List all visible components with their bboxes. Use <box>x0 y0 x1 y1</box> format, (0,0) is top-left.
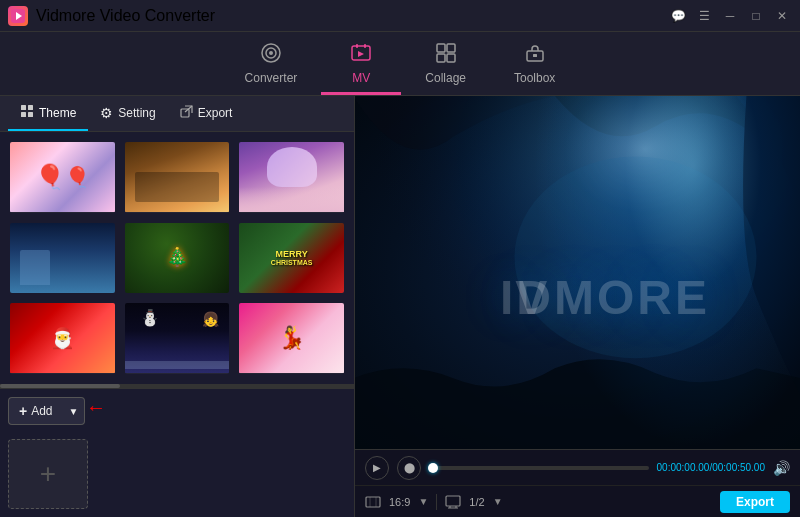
theme-happy-label: Happy <box>239 212 344 215</box>
add-label: Add <box>31 404 52 418</box>
svg-rect-16 <box>21 112 26 117</box>
close-button[interactable]: ✕ <box>772 6 792 26</box>
theme-christmas-eve[interactable]: 🎄 Christmas Eve <box>123 221 232 296</box>
tab-mv-label: MV <box>352 71 370 85</box>
theme-chic[interactable]: 🎈 Chic <box>8 140 117 215</box>
theme-christmas-eve-label: Christmas Eve <box>125 293 230 296</box>
theme-grid: 🎈 Chic Neat <box>0 132 354 384</box>
theme-merry-christmas[interactable]: MERRY CHRISTMAS Merry Christmas <box>237 221 346 296</box>
tab-converter-label: Converter <box>245 71 298 85</box>
tab-collage[interactable]: Collage <box>401 35 490 95</box>
watermark-v: V <box>515 270 550 325</box>
add-button-group: + Add ▼ <box>8 397 85 425</box>
left-panel: Theme ⚙ Setting Export <box>0 96 355 517</box>
svg-rect-17 <box>28 112 33 117</box>
svg-rect-11 <box>447 54 455 62</box>
app-title: Vidmore Video Converter <box>36 7 215 25</box>
tab-converter[interactable]: Converter <box>221 35 322 95</box>
svg-rect-22 <box>366 497 380 507</box>
theme-stripes-label: Stripes & Waves <box>239 373 344 376</box>
volume-icon[interactable]: 🔊 <box>773 460 790 476</box>
theme-santa-claus[interactable]: 🎅 Santa Claus <box>8 301 117 376</box>
title-bar: Vidmore Video Converter 💬 ☰ ─ □ ✕ <box>0 0 800 32</box>
subnav-export[interactable]: Export <box>168 96 245 131</box>
svg-rect-8 <box>437 44 445 52</box>
media-plus-icon: + <box>40 458 56 490</box>
theme-stripes-waves[interactable]: 💃 Stripes & Waves <box>237 301 346 376</box>
theme-snowy-night[interactable]: ⛄ 👧 Snowy Night <box>123 301 232 376</box>
add-button[interactable]: + Add <box>8 397 63 425</box>
aspect-ratio-value: 16:9 <box>389 496 410 508</box>
svg-point-21 <box>514 157 756 359</box>
theme-neat-label: Neat <box>125 212 230 215</box>
main-content: Theme ⚙ Setting Export <box>0 96 800 517</box>
progress-dot <box>428 463 438 473</box>
theme-santa-label: Santa Claus <box>10 373 115 376</box>
tab-mv[interactable]: MV <box>321 35 401 95</box>
subnav-setting[interactable]: ⚙ Setting <box>88 96 167 131</box>
toolbox-icon <box>524 42 546 67</box>
minimize-button[interactable]: ─ <box>720 6 740 26</box>
ratio-dropdown-icon[interactable]: ▼ <box>418 496 428 507</box>
stop-button[interactable]: ⬤ <box>397 456 421 480</box>
converter-icon <box>260 42 282 67</box>
tab-collage-label: Collage <box>425 71 466 85</box>
svg-rect-7 <box>364 44 366 48</box>
bottom-controls: 16:9 ▼ 1/2 ▼ Export <box>355 485 800 517</box>
theme-snowy-label: Snowy Night <box>125 373 230 376</box>
player-controls: ▶ ⬤ 00:00:00.00/00:00:50.00 🔊 <box>355 449 800 485</box>
add-dropdown-button[interactable]: ▼ <box>63 397 86 425</box>
export-button[interactable]: Export <box>720 491 790 513</box>
svg-rect-15 <box>28 105 33 110</box>
divider-1 <box>436 494 437 510</box>
svg-rect-6 <box>356 44 358 48</box>
theme-merry-christmas-label: Merry Christmas <box>239 293 344 296</box>
svg-rect-14 <box>21 105 26 110</box>
svg-rect-23 <box>446 496 460 506</box>
progress-bar[interactable] <box>429 466 649 470</box>
svg-point-4 <box>269 51 273 55</box>
aspect-ratio-icon <box>365 494 381 510</box>
play-button[interactable]: ▶ <box>365 456 389 480</box>
collage-icon <box>435 42 457 67</box>
subnav-theme-label: Theme <box>39 106 76 120</box>
theme-simple[interactable]: Simple <box>8 221 117 296</box>
chat-button[interactable]: 💬 <box>668 6 688 26</box>
menu-button[interactable]: ☰ <box>694 6 714 26</box>
mv-icon <box>350 42 372 67</box>
nav-bar: Converter MV Collage <box>0 32 800 96</box>
time-display: 00:00:00.00/00:00:50.00 <box>657 462 765 473</box>
theme-chic-label: Chic <box>10 212 115 215</box>
subnav-theme[interactable]: Theme <box>8 96 88 131</box>
maximize-button[interactable]: □ <box>746 6 766 26</box>
theme-happy[interactable]: Happy <box>237 140 346 215</box>
red-arrow-indicator: ← <box>86 396 106 419</box>
export-icon <box>180 105 193 121</box>
right-panel: IDMORE V ▶ ⬤ 00:00:00.00/00:00:50.00 🔊 1… <box>355 96 800 517</box>
screen-value: 1/2 <box>469 496 484 508</box>
subnav-setting-label: Setting <box>118 106 155 120</box>
subnav-export-label: Export <box>198 106 233 120</box>
svg-rect-9 <box>447 44 455 52</box>
theme-neat[interactable]: Neat <box>123 140 232 215</box>
svg-rect-10 <box>437 54 445 62</box>
media-placeholder[interactable]: + <box>8 439 88 509</box>
svg-rect-13 <box>533 54 537 57</box>
app-logo <box>8 6 28 26</box>
theme-icon <box>20 104 34 121</box>
setting-icon: ⚙ <box>100 105 113 121</box>
screen-icon <box>445 494 461 510</box>
screen-dropdown-icon[interactable]: ▼ <box>493 496 503 507</box>
tab-toolbox[interactable]: Toolbox <box>490 35 579 95</box>
add-area: + Add ▼ ← + <box>0 388 354 517</box>
sub-nav: Theme ⚙ Setting Export <box>0 96 354 132</box>
title-bar-left: Vidmore Video Converter <box>8 6 215 26</box>
add-plus-icon: + <box>19 403 27 419</box>
preview-area: IDMORE V <box>355 96 800 449</box>
theme-simple-label: Simple <box>10 293 115 296</box>
tab-toolbox-label: Toolbox <box>514 71 555 85</box>
